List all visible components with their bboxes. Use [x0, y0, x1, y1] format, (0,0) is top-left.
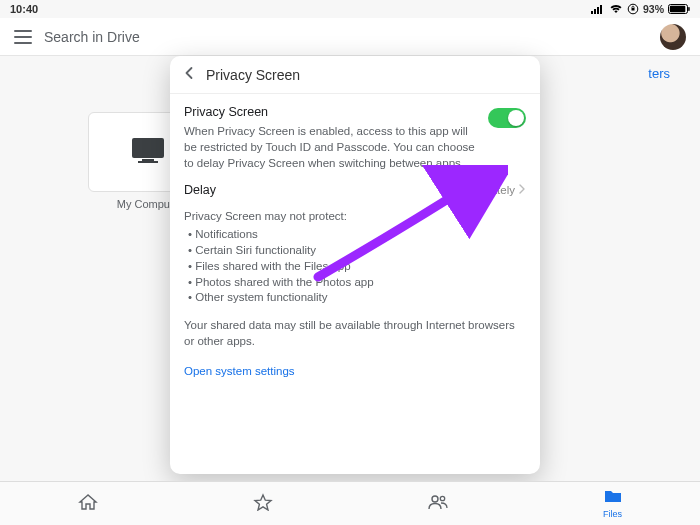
svg-point-13	[440, 496, 444, 500]
list-item: Notifications	[188, 227, 526, 243]
tab-files-label: Files	[603, 509, 622, 519]
svg-rect-11	[138, 161, 158, 163]
signal-icon	[591, 4, 605, 14]
back-icon[interactable]	[182, 66, 196, 84]
star-icon	[253, 493, 273, 515]
svg-rect-3	[600, 5, 602, 14]
status-right: 93%	[591, 3, 690, 15]
list-item: Files shared with the Files app	[188, 259, 526, 275]
svg-rect-2	[597, 7, 599, 14]
privacy-screen-heading: Privacy Screen	[184, 104, 478, 121]
privacy-screen-description: When Privacy Screen is enabled, access t…	[184, 124, 478, 172]
status-bar: 10:40 93%	[0, 0, 700, 18]
tab-home[interactable]	[0, 482, 175, 525]
svg-rect-9	[132, 138, 164, 158]
rotation-lock-icon	[627, 3, 639, 15]
wifi-icon	[609, 4, 623, 14]
home-icon	[78, 493, 98, 515]
privacy-screen-modal: Privacy Screen Privacy Screen When Priva…	[170, 56, 540, 474]
privacy-screen-toggle-row: Privacy Screen When Privacy Screen is en…	[184, 104, 526, 172]
bg-tab-right: ters	[648, 66, 670, 81]
svg-rect-8	[688, 7, 690, 11]
search-input[interactable]: Search in Drive	[44, 29, 648, 45]
delay-row[interactable]: Delay Immediately	[184, 182, 526, 199]
modal-body: Privacy Screen When Privacy Screen is en…	[170, 94, 540, 392]
svg-rect-0	[591, 11, 593, 14]
status-time: 10:40	[10, 3, 38, 15]
list-item: Other system functionality	[188, 290, 526, 306]
svg-rect-5	[631, 8, 634, 11]
delay-label: Delay	[184, 182, 216, 199]
folder-icon	[603, 488, 623, 508]
svg-point-12	[432, 496, 438, 502]
battery-percent: 93%	[643, 3, 664, 15]
delay-value[interactable]: Immediately	[453, 183, 526, 199]
modal-title: Privacy Screen	[206, 67, 300, 83]
svg-rect-7	[670, 6, 686, 12]
list-item: Certain Siri functionality	[188, 243, 526, 259]
privacy-screen-toggle[interactable]	[488, 108, 526, 128]
svg-rect-10	[142, 159, 154, 161]
tab-shared[interactable]	[350, 482, 525, 525]
avatar[interactable]	[660, 24, 686, 50]
svg-rect-1	[594, 9, 596, 14]
modal-header: Privacy Screen	[170, 56, 540, 94]
shared-data-note: Your shared data may still be available …	[184, 318, 526, 350]
menu-icon[interactable]	[14, 30, 32, 44]
protection-note-list: Notifications Certain Siri functionality…	[184, 227, 526, 306]
tab-starred[interactable]	[175, 482, 350, 525]
people-icon	[427, 493, 449, 515]
search-bar[interactable]: Search in Drive	[0, 18, 700, 56]
list-item: Photos shared with the Photos app	[188, 275, 526, 291]
battery-icon	[668, 4, 690, 14]
privacy-screen-text: Privacy Screen When Privacy Screen is en…	[184, 104, 478, 172]
bottom-tab-bar: Files	[0, 481, 700, 525]
protection-note-heading: Privacy Screen may not protect:	[184, 209, 526, 225]
open-system-settings-link[interactable]: Open system settings	[184, 365, 295, 377]
monitor-icon	[128, 135, 168, 169]
chevron-right-icon	[518, 183, 526, 199]
tab-files[interactable]: Files	[525, 482, 700, 525]
